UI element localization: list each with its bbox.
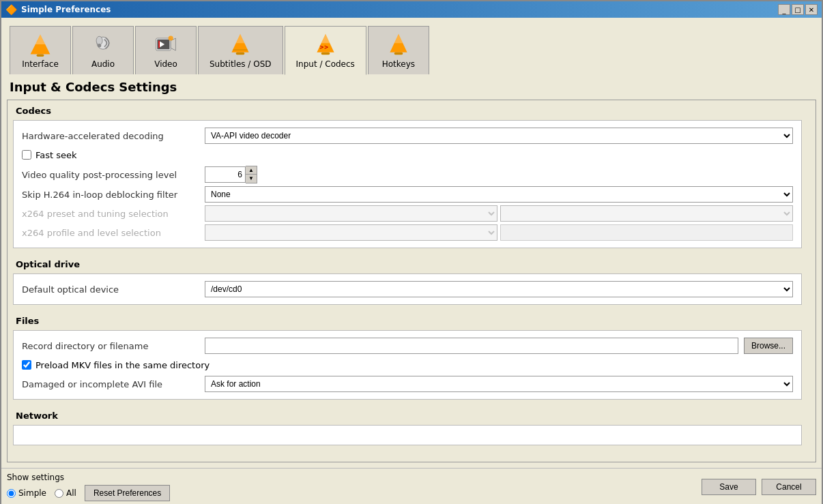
subtitles-icon	[228, 32, 252, 57]
tab-subtitles-label: Subtitles / OSD	[210, 59, 272, 69]
tab-input[interactable]: >> Input / Codecs	[285, 26, 366, 75]
network-header: Network	[13, 411, 802, 421]
title-bar-icon: 🔶	[5, 4, 17, 15]
interface-icon	[28, 32, 53, 57]
hw-decoding-select[interactable]: VA-API video decoder Automatic Disable	[205, 128, 793, 144]
show-settings-label: Show settings	[7, 473, 170, 482]
reset-preferences-button[interactable]: Reset Preferences	[85, 485, 170, 501]
svg-marker-21	[394, 34, 403, 44]
tab-hotkeys[interactable]: Hotkeys	[368, 26, 429, 74]
video-quality-input[interactable]	[205, 166, 246, 183]
damaged-avi-label: Damaged or incomplete AVI file	[22, 379, 199, 389]
title-bar-left: 🔶 Simple Preferences	[5, 4, 111, 15]
optical-content: Default optical device /dev/cd0	[13, 273, 802, 305]
record-dir-label: Record directory or filename	[22, 341, 199, 351]
tab-audio-label: Audio	[91, 59, 115, 69]
radio-all[interactable]	[55, 489, 63, 498]
svg-rect-2	[37, 54, 44, 57]
x264-preset-select1[interactable]	[205, 205, 497, 222]
damaged-avi-control: Ask for action Always fix Never fix	[205, 376, 793, 392]
svg-text:>>: >>	[319, 44, 329, 50]
video-icon	[154, 32, 178, 57]
hw-decoding-row: Hardware-accelerated decoding VA-API vid…	[19, 126, 796, 145]
x264-profile-select1[interactable]	[205, 224, 497, 241]
title-bar-buttons: _ □ ✕	[778, 4, 818, 15]
x264-profile-control	[205, 224, 793, 241]
network-section: Network	[13, 411, 802, 445]
x264-profile-label: x264 profile and level selection	[22, 228, 199, 238]
close-button[interactable]: ✕	[805, 4, 818, 15]
video-quality-label: Video quality post-processing level	[22, 170, 199, 180]
record-dir-input[interactable]	[205, 338, 738, 354]
spinbox-up-button[interactable]: ▲	[246, 166, 257, 175]
page-title: Input & Codecs Settings	[7, 80, 816, 94]
maximize-button[interactable]: □	[792, 4, 804, 15]
tab-hotkeys-label: Hotkeys	[382, 59, 415, 69]
skip-h264-row: Skip H.264 in-loop deblocking filter Non…	[19, 185, 796, 204]
skip-h264-label: Skip H.264 in-loop deblocking filter	[22, 190, 199, 200]
fast-seek-label[interactable]: Fast seek	[35, 150, 77, 160]
damaged-avi-select[interactable]: Ask for action Always fix Never fix	[205, 376, 793, 392]
preload-mkv-checkbox[interactable]	[22, 360, 31, 370]
svg-marker-13	[236, 34, 245, 44]
network-content	[13, 425, 802, 445]
damaged-avi-row: Damaged or incomplete AVI file Ask for a…	[19, 374, 796, 394]
optical-device-control: /dev/cd0	[205, 281, 793, 297]
x264-profile-row: x264 profile and level selection	[19, 223, 796, 242]
skip-h264-select[interactable]: None Non-ref Bidir Non-ref	[205, 186, 793, 203]
svg-rect-18	[321, 53, 330, 55]
record-dir-row: Record directory or filename Browse...	[19, 336, 796, 355]
optical-device-select[interactable]: /dev/cd0	[205, 281, 793, 297]
save-button[interactable]: Save	[702, 479, 756, 495]
svg-rect-15	[233, 49, 248, 50]
hw-decoding-control: VA-API video decoder Automatic Disable	[205, 128, 793, 144]
main-content: Interface Audio	[1, 18, 822, 468]
tab-interface[interactable]: Interface	[10, 26, 71, 74]
files-section: Files Record directory or filename Brows…	[13, 316, 802, 400]
bottom-left: Show settings Simple All Reset Preferenc…	[7, 473, 170, 501]
audio-icon	[91, 32, 115, 57]
radio-simple-label[interactable]: Simple	[18, 488, 46, 498]
x264-preset-control	[205, 205, 793, 222]
skip-h264-control: None Non-ref Bidir Non-ref	[205, 186, 793, 203]
video-quality-control: ▲ ▼	[205, 166, 793, 183]
optical-device-row: Default optical device /dev/cd0	[19, 280, 796, 299]
svg-marker-1	[35, 35, 45, 44]
svg-point-11	[169, 35, 173, 40]
bottom-bar: Show settings Simple All Reset Preferenc…	[1, 468, 822, 504]
radio-all-option: All	[55, 488, 76, 498]
bottom-right: Save Cancel	[702, 479, 816, 495]
optical-device-label: Default optical device	[22, 284, 199, 295]
svg-point-4	[96, 36, 102, 45]
radio-all-label[interactable]: All	[66, 488, 76, 498]
minimize-button[interactable]: _	[778, 4, 790, 15]
browse-button[interactable]: Browse...	[744, 338, 793, 354]
cancel-button[interactable]: Cancel	[762, 479, 816, 495]
preload-mkv-label[interactable]: Preload MKV files in the same directory	[35, 360, 210, 370]
tab-subtitles[interactable]: Subtitles / OSD	[198, 26, 283, 74]
video-quality-row: Video quality post-processing level ▲ ▼	[19, 164, 796, 185]
svg-rect-9	[158, 41, 160, 48]
x264-preset-select2[interactable]	[500, 205, 793, 222]
tab-interface-label: Interface	[22, 59, 59, 69]
tab-video-label: Video	[154, 59, 177, 69]
radio-simple[interactable]	[7, 489, 16, 498]
x264-preset-label: x264 preset and tuning selection	[22, 209, 199, 219]
tab-video[interactable]: Video	[135, 26, 197, 74]
tabs-row: Interface Audio	[7, 23, 816, 74]
fast-seek-checkbox[interactable]	[22, 150, 31, 160]
spinbox-down-button[interactable]: ▼	[246, 175, 257, 183]
title-bar: 🔶 Simple Preferences _ □ ✕	[1, 1, 822, 18]
content-area: Codecs Hardware-accelerated decoding VA-…	[7, 100, 816, 462]
codecs-content: Hardware-accelerated decoding VA-API vid…	[13, 120, 802, 248]
svg-rect-22	[394, 53, 403, 55]
radio-row: Simple All Reset Preferences	[7, 485, 170, 501]
x264-profile-input[interactable]	[500, 224, 793, 241]
svg-point-5	[98, 44, 101, 47]
codecs-header: Codecs	[13, 106, 802, 116]
video-quality-spinbox: ▲ ▼	[205, 166, 259, 183]
tab-input-label: Input / Codecs	[296, 59, 355, 69]
tab-audio[interactable]: Audio	[72, 26, 134, 74]
x264-preset-row: x264 preset and tuning selection	[19, 204, 796, 223]
optical-header: Optical drive	[13, 259, 802, 269]
